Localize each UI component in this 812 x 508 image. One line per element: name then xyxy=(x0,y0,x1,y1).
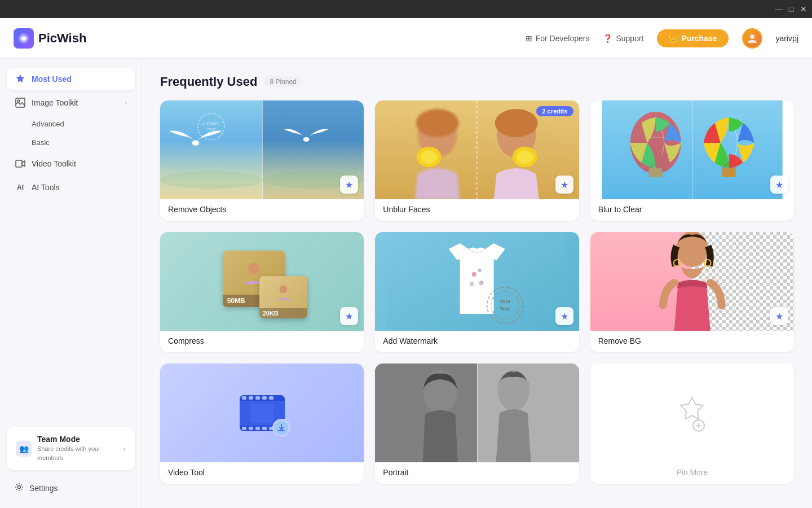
tool-card-img-video xyxy=(160,364,364,462)
svg-text:STAMP: STAMP xyxy=(206,128,215,131)
crown-icon: 👑 xyxy=(668,34,678,43)
support-icon: ❓ xyxy=(603,34,612,43)
sidebar-item-basic[interactable]: Basic xyxy=(7,134,135,151)
image-toolkit-icon xyxy=(15,97,26,108)
tool-label-pin-more: Pin More xyxy=(590,462,794,484)
sidebar-item-advanced[interactable]: Advanced xyxy=(7,115,135,133)
svg-text:★: ★ xyxy=(515,310,519,315)
tool-label-watermark: Add Watermark xyxy=(375,331,579,352)
svg-point-37 xyxy=(478,269,482,272)
tool-card-unblur-faces[interactable]: 2 credits ★ Unblur Faces xyxy=(375,100,579,221)
team-mode-card[interactable]: 👥 Team Mode Share credits with your memb… xyxy=(7,427,135,470)
basic-label: Basic xyxy=(32,138,50,147)
tool-card-remove-objects[interactable]: ✈ TRAVEL STAMP ★ Remove Objects xyxy=(160,100,364,221)
settings-label: Settings xyxy=(29,484,58,493)
tool-card-compress[interactable]: 50MB xyxy=(160,232,364,352)
svg-point-6 xyxy=(18,486,21,489)
api-icon: ⊞ xyxy=(526,34,532,43)
main-content: Frequently Used 8 Pinned xyxy=(142,59,812,508)
tool-card-img-pin-more xyxy=(590,364,794,462)
star-icon: ★ xyxy=(345,311,353,322)
star-button-compress[interactable]: ★ xyxy=(340,307,358,325)
team-mode-icon: 👥 xyxy=(16,441,32,457)
star-button-blur-to-clear[interactable]: ★ xyxy=(770,176,788,194)
tool-card-add-watermark[interactable]: Your Text ★ ★ ★ ★ ★ xyxy=(375,232,579,352)
star-icon: ★ xyxy=(561,179,568,190)
svg-text:✈ TRAVEL: ✈ TRAVEL xyxy=(202,122,220,126)
purchase-button[interactable]: 👑 Purchase xyxy=(657,29,728,47)
tool-card-img-unblur-faces: 2 credits ★ xyxy=(375,100,579,199)
svg-point-22 xyxy=(517,150,533,164)
username[interactable]: yarivpj xyxy=(776,34,798,43)
developers-nav-item[interactable]: ⊞ For Developers xyxy=(526,34,590,43)
tool-label-remove-bg: Remove BG xyxy=(590,331,794,352)
star-button-remove-bg[interactable]: ★ xyxy=(770,307,788,325)
team-mode-desc: Share credits with your members xyxy=(37,445,117,462)
sidebar-item-most-used[interactable]: Most Used xyxy=(7,68,135,90)
tool-card-img-blur-to-clear: ★ xyxy=(590,100,794,199)
star-button-watermark[interactable]: ★ xyxy=(555,307,573,325)
tool-card-video-tool[interactable]: Video Tool xyxy=(160,364,364,484)
developers-label: For Developers xyxy=(536,34,590,43)
team-mode-title: Team Mode xyxy=(37,435,117,444)
svg-point-33 xyxy=(248,263,259,274)
svg-text:★: ★ xyxy=(491,310,495,315)
svg-point-39 xyxy=(479,281,484,285)
svg-rect-26 xyxy=(648,168,662,177)
svg-text:Your: Your xyxy=(500,299,511,304)
tool-label-blur-to-clear: Blur to Clear xyxy=(590,199,794,221)
svg-text:★: ★ xyxy=(515,296,519,301)
tool-label-portrait: Portrait xyxy=(375,462,579,484)
image-toolkit-label: Image Toolkit xyxy=(32,98,78,107)
svg-text:★: ★ xyxy=(491,296,495,301)
body: Most Used Image Toolkit › xyxy=(0,59,812,508)
star-icon: ★ xyxy=(775,179,783,190)
settings-item[interactable]: Settings xyxy=(7,477,135,499)
tool-card-pin-more[interactable]: Pin More xyxy=(590,364,794,484)
most-used-label: Most Used xyxy=(32,75,72,84)
svg-point-36 xyxy=(472,272,476,277)
advanced-label: Advanced xyxy=(32,120,64,128)
minimize-button[interactable]: — xyxy=(775,5,783,13)
credits-badge-unblur: 2 credits xyxy=(536,106,573,116)
maximize-button[interactable]: □ xyxy=(787,5,795,13)
svg-point-1 xyxy=(22,37,25,40)
star-button-remove-objects[interactable]: ★ xyxy=(340,176,358,194)
svg-point-48 xyxy=(676,232,708,267)
tool-card-portrait[interactable]: Portrait xyxy=(375,364,579,484)
close-button[interactable]: ✕ xyxy=(800,5,807,13)
avatar[interactable] xyxy=(742,28,762,49)
tool-card-remove-bg[interactable]: ★ Remove BG xyxy=(590,232,794,352)
sidebar-item-video-toolkit[interactable]: Video Toolkit xyxy=(7,152,135,175)
svg-rect-5 xyxy=(16,160,22,167)
svg-text:Text: Text xyxy=(500,306,510,312)
logo[interactable]: PicWish xyxy=(14,28,526,49)
support-label: Support xyxy=(616,34,643,43)
team-mode-info: Team Mode Share credits with your member… xyxy=(37,435,117,462)
settings-icon xyxy=(15,483,24,493)
sidebar-footer: Settings xyxy=(7,477,135,499)
svg-point-16 xyxy=(416,109,459,137)
tool-label-unblur-faces: Unblur Faces xyxy=(375,199,579,221)
sidebar-item-image-toolkit[interactable]: Image Toolkit › xyxy=(7,91,135,114)
svg-rect-38 xyxy=(470,282,474,286)
svg-point-10 xyxy=(303,137,310,142)
svg-point-20 xyxy=(421,150,438,164)
chevron-right-icon: › xyxy=(125,99,127,107)
star-icon: ★ xyxy=(345,179,353,190)
tool-card-img-compress: 50MB xyxy=(160,232,364,331)
video-toolkit-label: Video Toolkit xyxy=(32,159,76,168)
app-container: PicWish ⊞ For Developers ❓ Support 👑 Pur… xyxy=(0,18,812,508)
tool-card-blur-to-clear[interactable]: ★ Blur to Clear xyxy=(590,100,794,221)
section-title: Frequently Used 8 Pinned xyxy=(160,75,794,89)
tool-card-img-portrait xyxy=(375,364,579,462)
tool-card-img-remove-bg: ★ xyxy=(590,232,794,331)
star-button-unblur-faces[interactable]: ★ xyxy=(555,176,573,194)
ai-tools-icon: AI xyxy=(15,182,26,193)
svg-rect-51 xyxy=(251,404,273,423)
support-nav-item[interactable]: ❓ Support xyxy=(603,34,643,43)
purchase-label: Purchase xyxy=(681,34,717,43)
tool-label-video: Video Tool xyxy=(160,462,364,484)
star-icon: ★ xyxy=(561,311,568,322)
sidebar-item-ai-tools[interactable]: AI AI Tools xyxy=(7,176,135,199)
